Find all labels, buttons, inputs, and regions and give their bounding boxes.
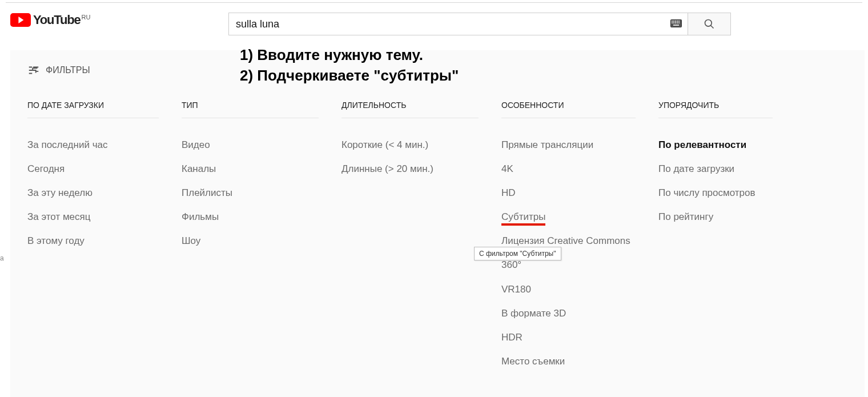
filter-item[interactable]: Шоу bbox=[182, 229, 319, 253]
filters-toggle-label: ФИЛЬТРЫ bbox=[46, 65, 90, 75]
svg-line-13 bbox=[711, 26, 714, 29]
filter-column-duration: ДЛИТЕЛЬНОСТЬ Короткие (< 4 мин.) Длинные… bbox=[341, 101, 501, 374]
top-border-line bbox=[6, 2, 862, 3]
filter-item[interactable]: VR180 bbox=[501, 278, 636, 302]
search-icon bbox=[704, 18, 715, 30]
filter-column-title: УПОРЯДОЧИТЬ bbox=[658, 101, 773, 118]
header: YouTube RU bbox=[10, 13, 858, 45]
filter-item-subtitles[interactable]: Субтитры bbox=[501, 205, 636, 229]
filter-item[interactable]: Каналы bbox=[182, 157, 319, 181]
filter-item[interactable]: За последний час bbox=[27, 133, 159, 157]
svg-rect-8 bbox=[675, 22, 676, 23]
filter-column-title: ДЛИТЕЛЬНОСТЬ bbox=[341, 101, 479, 118]
filter-column-type: ТИП Видео Каналы Плейлисты Фильмы Шоу bbox=[182, 101, 341, 374]
filters-panel: ФИЛЬТРЫ ПО ДАТЕ ЗАГРУЗКИ За последний ча… bbox=[10, 50, 865, 397]
tooltip-subtitles: С фильтром "Субтитры" bbox=[474, 247, 561, 260]
annotation-line-2: 2) Подчеркиваете "субтитры" bbox=[240, 65, 459, 86]
svg-rect-6 bbox=[672, 22, 673, 23]
filter-item[interactable]: Короткие (< 4 мин.) bbox=[341, 133, 479, 157]
filter-item[interactable]: По дате загрузки bbox=[658, 157, 773, 181]
youtube-region-label: RU bbox=[81, 14, 90, 21]
youtube-logo-text: YouTube bbox=[33, 13, 80, 27]
filter-column-sort: УПОРЯДОЧИТЬ По релевантности По дате заг… bbox=[658, 101, 795, 374]
search-input[interactable] bbox=[235, 18, 670, 31]
filter-column-title: ТИП bbox=[182, 101, 319, 118]
filter-item-label: Субтитры bbox=[501, 211, 545, 226]
filter-item[interactable]: Видео bbox=[182, 133, 319, 157]
keyboard-icon[interactable] bbox=[670, 18, 682, 30]
annotation-overlay: 1) Вводите нужную тему. 2) Подчеркиваете… bbox=[240, 45, 459, 86]
filter-item[interactable]: В формате 3D bbox=[501, 302, 636, 326]
svg-rect-1 bbox=[672, 21, 673, 22]
svg-rect-7 bbox=[673, 22, 674, 23]
filter-columns: ПО ДАТЕ ЗАГРУЗКИ За последний час Сегодн… bbox=[27, 101, 847, 374]
annotation-line-1: 1) Вводите нужную тему. bbox=[240, 45, 459, 65]
filter-column-title: ОСОБЕННОСТИ bbox=[501, 101, 636, 118]
filter-item[interactable]: Прямые трансляции bbox=[501, 133, 636, 157]
filter-item[interactable]: HD bbox=[501, 181, 636, 205]
filter-item[interactable]: 4K bbox=[501, 157, 636, 181]
filter-column-features: ОСОБЕННОСТИ Прямые трансляции 4K HD Субт… bbox=[501, 101, 658, 374]
filter-item[interactable]: По числу просмотров bbox=[658, 181, 773, 205]
tune-icon bbox=[27, 64, 40, 77]
svg-rect-5 bbox=[678, 21, 680, 22]
filter-item[interactable]: Фильмы bbox=[182, 205, 319, 229]
filter-item[interactable]: Длинные (> 20 мин.) bbox=[341, 157, 479, 181]
svg-rect-10 bbox=[678, 22, 680, 23]
filter-item[interactable]: В этому году bbox=[27, 229, 159, 253]
filter-item[interactable]: Место съемки bbox=[501, 350, 636, 374]
filter-item[interactable]: По рейтингу bbox=[658, 205, 773, 229]
svg-rect-3 bbox=[675, 21, 676, 22]
filter-item[interactable]: За эту неделю bbox=[27, 181, 159, 205]
filter-item-relevance[interactable]: По релевантности bbox=[658, 133, 773, 157]
filter-column-title: ПО ДАТЕ ЗАГРУЗКИ bbox=[27, 101, 159, 118]
svg-rect-9 bbox=[677, 22, 678, 23]
search-bar bbox=[228, 13, 731, 35]
search-button[interactable] bbox=[688, 13, 731, 35]
filter-item[interactable]: Плейлисты bbox=[182, 181, 319, 205]
svg-rect-11 bbox=[673, 25, 679, 26]
youtube-play-icon bbox=[10, 13, 31, 27]
search-input-container bbox=[228, 13, 688, 35]
filter-item[interactable]: За этот месяц bbox=[27, 205, 159, 229]
stray-character: a bbox=[0, 254, 4, 262]
filter-item[interactable]: Сегодня bbox=[27, 157, 159, 181]
svg-rect-4 bbox=[677, 21, 678, 22]
filter-item[interactable]: HDR bbox=[501, 326, 636, 350]
filters-toggle-button[interactable]: ФИЛЬТРЫ bbox=[27, 64, 90, 77]
filter-column-upload-date: ПО ДАТЕ ЗАГРУЗКИ За последний час Сегодн… bbox=[27, 101, 182, 374]
svg-rect-2 bbox=[673, 21, 674, 22]
svg-point-12 bbox=[705, 20, 712, 27]
